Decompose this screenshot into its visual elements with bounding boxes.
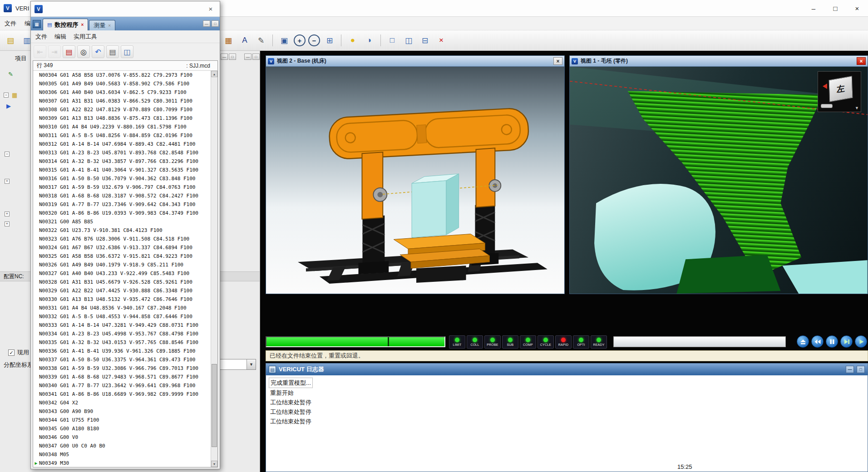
scroll-up-icon[interactable]: ▲ — [211, 71, 217, 77]
gcode-line[interactable]: N00309 G01 A13 B13 U48.8836 V-875.473 C8… — [33, 114, 211, 123]
scroll-down-icon[interactable]: ▼ — [211, 461, 217, 467]
orientation-widget[interactable]: 左 ▼ — [818, 71, 861, 112]
project-node-icon[interactable]: ▦ — [12, 92, 17, 98]
gcode-line[interactable]: N00324 G01 A67 B67 U32.6386 V-913.337 C8… — [33, 243, 211, 252]
close-button[interactable]: × — [846, 0, 868, 17]
layout-split-horizontal-icon[interactable]: ⊟ — [418, 34, 432, 47]
gcode-line[interactable]: N00335 G01 A-32 B-32 U43.0153 V-957.765 … — [33, 338, 211, 347]
minimize-button[interactable]: – — [803, 0, 824, 17]
tree-collapse2-icon[interactable]: − — [5, 152, 10, 157]
close-view-icon[interactable]: × — [434, 34, 448, 47]
transport-button-limit[interactable]: LIMIT — [449, 335, 465, 349]
speed-slider-track[interactable] — [613, 336, 786, 347]
menu-item-0[interactable]: 文件 — [35, 33, 47, 41]
gcode-line[interactable]: N00342 G04 X2 — [33, 398, 211, 407]
gcode-line[interactable]: N00343 G00 A90 B90 — [33, 407, 211, 416]
menu-item-0[interactable]: 文件 — [5, 20, 16, 28]
gcode-line[interactable]: N00348 M05 — [33, 450, 211, 459]
gcode-line[interactable]: N00322 G01 U23.73 V-910.381 C84.4123 F10… — [33, 226, 211, 235]
pane-minimize-button[interactable]: — — [221, 54, 228, 60]
pane2-minimize-button[interactable]: — — [244, 54, 252, 60]
machine-settings-icon[interactable]: ▦ — [222, 34, 235, 47]
project-panel-label[interactable]: 项目 — [15, 54, 27, 63]
gcode-line[interactable]: N00338 G01 A-59 B-59 U32.3086 V-966.796 … — [33, 364, 211, 373]
search-icon[interactable]: ◎ — [77, 45, 90, 58]
menu-item-1[interactable]: 编辑 — [54, 33, 66, 41]
zoom-in-icon[interactable]: + — [294, 34, 306, 46]
nc-minimize-button[interactable]: — — [203, 20, 210, 27]
undo-icon[interactable]: ↶ — [92, 45, 104, 58]
transport-button-probe[interactable]: PROBE — [484, 335, 501, 349]
transport-button-opti[interactable]: OPTI — [573, 335, 589, 349]
gcode-line[interactable]: N00312 G01 A-14 B-14 U47.6984 V-889.43 C… — [33, 140, 211, 148]
machine-3d-model[interactable] — [266, 67, 564, 294]
gcode-line[interactable]: N00316 G01 A-50 B-50 U36.7079 V-904.362 … — [33, 174, 211, 183]
transport-button-cycle[interactable]: CYCLE — [538, 335, 554, 349]
view2-titlebar[interactable]: V 视图 2 - Base (机床) × — [266, 56, 564, 67]
step-forward-button[interactable] — [840, 335, 853, 348]
gcode-line[interactable]: N00327 G01 A40 B40 U43.233 V-922.499 C85… — [33, 269, 211, 278]
zoom-out-icon[interactable]: − — [308, 34, 320, 46]
play-button[interactable] — [855, 335, 867, 348]
refresh-model-icon[interactable]: ● — [346, 34, 360, 47]
log-line[interactable]: 完成重置模型... — [269, 378, 313, 388]
active-checkbox-row[interactable]: ✓ 现用 — [8, 349, 29, 357]
pause-button[interactable] — [826, 335, 838, 348]
gcode-line[interactable]: N00311 G01 A-5 B-5 U48.8256 V-884.859 C8… — [33, 131, 211, 140]
nc-float-button[interactable]: □ — [212, 20, 219, 27]
nc-file-icon[interactable]: ▤ — [63, 45, 75, 58]
view2-content[interactable] — [266, 67, 564, 294]
tree-expand3-icon[interactable]: + — [5, 221, 10, 226]
gcode-line[interactable]: N00344 G01 U755 F100 — [33, 416, 211, 424]
log-line[interactable]: 重新开始 — [269, 388, 295, 398]
gcode-line[interactable]: N00304 G01 A58 B58 U37.0076 V-855.822 C7… — [33, 71, 211, 79]
tree-expand-icon[interactable]: + — [5, 179, 10, 184]
gcode-scrollbar[interactable]: ▲ ▼ — [211, 71, 217, 467]
nc-titlebar[interactable]: V × — [31, 1, 220, 17]
gcode-line[interactable]: N00334 G01 A-23 B-23 U45.4998 V-953.767 … — [33, 329, 211, 338]
gcode-line[interactable]: N00314 G01 A-32 B-32 U43.3857 V-897.766 … — [33, 157, 211, 166]
gcode-line[interactable]: N00313 G01 A-23 B-23 U45.8701 V-893.768 … — [33, 148, 211, 157]
transport-button-ready[interactable]: READY — [591, 335, 607, 349]
gcode-line[interactable]: N00306 G01 A40 B40 U43.6034 V-862.5 C79.… — [33, 88, 211, 97]
tab-nc-program[interactable]: ▤ 数控程序 × — [43, 19, 88, 30]
gcode-line[interactable]: N00321 G00 A85 B85 — [33, 217, 211, 226]
gcode-line[interactable]: N00305 G01 A49 B49 U40.5683 V-858.902 C7… — [33, 79, 211, 88]
tab-measure[interactable]: 测量 × — [89, 20, 115, 30]
gcode-line[interactable]: N00310 G01 A4 B4 U49.2239 V-880.169 C81.… — [33, 123, 211, 131]
view1-titlebar[interactable]: V 视图 1 - 毛坯 (零件) × — [570, 56, 868, 67]
gcode-line[interactable]: N00332 G01 A-5 B-5 U48.4553 V-944.858 C8… — [33, 312, 211, 321]
gcode-line[interactable]: N00337 G01 A-50 B-50 U36.3375 V-964.361 … — [33, 355, 211, 364]
orientation-cube-icon[interactable]: 左 — [829, 76, 853, 102]
gcode-line[interactable]: N00341 G01 A-86 B-86 U18.6689 V-969.982 … — [33, 390, 211, 398]
log-line[interactable]: 工位结束处暂停 — [269, 398, 313, 407]
gcode-line[interactable]: N00340 G01 A-77 B-77 U23.3642 V-969.641 … — [33, 381, 211, 390]
nc-window-close-button[interactable]: × — [205, 5, 216, 13]
gcode-line[interactable]: N00308 G01 A22 B22 U47.8129 V-870.889 C8… — [33, 105, 211, 114]
edit-tools-icon[interactable]: ✎ — [254, 34, 268, 47]
pane2-restore-button[interactable]: □ — [252, 54, 260, 60]
view1-close-button[interactable]: × — [857, 57, 866, 65]
simulation-progress-bar[interactable] — [266, 336, 445, 347]
transport-button-comp[interactable]: COMP — [520, 335, 536, 349]
layout-single-view-icon[interactable]: □ — [385, 34, 399, 47]
log-line[interactable]: 工位结束处暂停 — [269, 407, 313, 417]
print-icon[interactable]: ▤ — [106, 45, 119, 58]
columns-icon[interactable]: ◫ — [121, 45, 133, 58]
view1-content[interactable]: 左 ▼ — [570, 67, 868, 294]
gcode-list[interactable]: N00304 G01 A58 B58 U37.0076 V-855.822 C7… — [33, 71, 211, 467]
logger-restore-button[interactable]: □ — [857, 366, 865, 373]
open-project-icon[interactable]: ▤ — [4, 34, 17, 47]
logger-titlebar[interactable]: ▤ VERICUT 日志器 — □ — [266, 364, 868, 375]
active-checkbox[interactable]: ✓ — [8, 349, 15, 356]
gcode-line[interactable]: N00326 G01 A49 B49 U40.1979 V-918.9 C85.… — [33, 261, 211, 269]
tree-expand2-icon[interactable]: + — [5, 211, 10, 216]
orientation-dropdown-icon[interactable]: ▼ — [855, 106, 859, 110]
log-line[interactable]: 工位结束处暂停 — [269, 417, 313, 426]
gcode-line[interactable]: N00345 G00 A180 B180 — [33, 424, 211, 433]
dropdown-arrow-icon[interactable]: ▼ — [247, 359, 256, 369]
gcode-line[interactable]: N00319 G01 A-77 B-77 U23.7346 V-909.642 … — [33, 200, 211, 209]
gcode-line[interactable]: N00346 G00 V0 — [33, 433, 211, 442]
gcode-line[interactable]: N00330 G01 A13 B13 U48.5132 V-935.472 C8… — [33, 295, 211, 304]
nc-program-tab-close-icon[interactable]: × — [81, 22, 84, 27]
